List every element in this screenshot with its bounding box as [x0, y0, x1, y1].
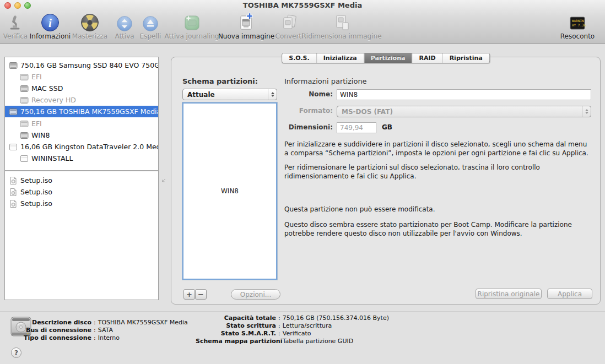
stepper-arrows-icon [268, 89, 277, 100]
titlebar: TOSHIBA MK7559GSXF Media [0, 0, 605, 11]
window-chrome: TOSHIBA MK7559GSXF Media Verifica [0, 0, 605, 44]
toolbar-new-image[interactable]: Nuova immagine [217, 12, 276, 40]
minimize-button[interactable] [14, 2, 21, 9]
sidebar-item-label: 750,16 GB Samsung SSD 840 EVO 750GB... [20, 61, 159, 69]
toolbar-convert-label: Converti [276, 32, 304, 40]
add-partition-button[interactable]: + [183, 289, 195, 300]
volume-icon [20, 131, 29, 140]
eject-icon [142, 12, 159, 32]
partition-info-title: Informazioni partizione [284, 77, 367, 85]
volume-icon [20, 84, 29, 93]
partition-scheme-popup[interactable]: Attuale [182, 89, 277, 100]
bootcamp-warning-text: Questo disco sembra essere stato partizi… [284, 220, 591, 238]
toolbar-new-image-label: Nuova immagine [218, 32, 274, 40]
sidebar-item-mac-ssd[interactable]: MAC SSD [5, 83, 158, 94]
tab-partition[interactable]: Partiziona [364, 53, 412, 63]
sidebar-separator [5, 170, 158, 171]
splitter-handle[interactable] [161, 178, 166, 183]
sidebar-item-win8[interactable]: WIN8 [5, 129, 158, 141]
toolbar-verify[interactable]: Verifica [0, 12, 31, 40]
size-input[interactable] [337, 122, 376, 133]
options-button[interactable]: Opzioni... [231, 289, 280, 300]
toolbar-journaling[interactable]: Attiva journaling [163, 12, 220, 40]
info-row: Stato S.M.A.R.T. : Verificato [196, 330, 389, 338]
sidebar-item-label: WIN8 [31, 131, 50, 139]
external-disk-icon [9, 143, 18, 151]
tab-raid[interactable]: RAID [412, 53, 442, 63]
partition-scheme-value: Attuale [183, 91, 268, 99]
device-sidebar: 750,16 GB Samsung SSD 840 EVO 750GB... E… [4, 57, 159, 300]
sidebar-item-recovery-hd[interactable]: Recovery HD [5, 94, 158, 106]
resize-image-icon [332, 12, 351, 32]
sidebar-item-toshiba-disk[interactable]: 750,16 GB TOSHIBA MK7559GSXF Media [5, 106, 158, 117]
close-button[interactable] [4, 2, 11, 9]
zoom-button[interactable] [24, 2, 31, 9]
info-row: Descrizione disco : TOSHIBA MK7559GSXF M… [20, 319, 188, 327]
toolbar-burn[interactable]: Masterizza [69, 12, 111, 40]
mode-tabs: S.O.S. Inizializza Partiziona RAID Ripri… [282, 53, 490, 63]
convert-icon [280, 12, 299, 32]
sidebar-item-label: WININSTALL [31, 154, 73, 162]
toolbar-resize-image[interactable]: Ridimensiona immagine [303, 12, 380, 40]
tab-restore[interactable]: Ripristina [442, 53, 489, 63]
sidebar-item-efi-samsung[interactable]: EFI [5, 71, 158, 83]
help-button[interactable]: ? [11, 347, 21, 358]
disk-info-left: Descrizione disco : TOSHIBA MK7559GSXF M… [20, 319, 188, 342]
disk-info-footer: ? Descrizione disco : TOSHIBA MK7559GSXF… [0, 311, 605, 364]
name-input[interactable] [337, 89, 591, 100]
info-row: Bus di connessione : SATA [20, 327, 188, 334]
toolbar-eject-label: Espelli [140, 32, 161, 40]
size-unit-label: GB [382, 123, 392, 131]
disk-image-icon [9, 176, 18, 185]
sidebar-item-label: Setup.iso [20, 176, 52, 184]
partition-map-volume-label: WIN8 [183, 104, 276, 279]
sidebar-item-efi-toshiba[interactable]: EFI [5, 118, 158, 129]
toolbar-resize-image-label: Ridimensiona immagine [302, 32, 382, 40]
format-value: MS-DOS (FAT) [337, 108, 582, 116]
toolbar-info-label: Informazioni [30, 32, 71, 40]
log-icon: WARNIN AY 7:36 [569, 12, 586, 32]
sidebar-item-samsung-disk[interactable]: 750,16 GB Samsung SSD 840 EVO 750GB... [5, 59, 158, 71]
external-volume-icon [20, 154, 29, 163]
sidebar-item-label: EFI [31, 73, 42, 81]
sidebar-item-setup-iso-2[interactable]: Setup.iso [5, 186, 158, 198]
sidebar-item-kingston-disk[interactable]: 16,06 GB Kingston DataTraveler 2.0 Media [5, 141, 158, 153]
partition-map[interactable]: WIN8 [182, 102, 277, 280]
sidebar-item-label: Setup.iso [20, 199, 52, 208]
remove-partition-button[interactable]: − [195, 289, 207, 300]
sidebar-item-label: 16,06 GB Kingston DataTraveler 2.0 Media [20, 143, 159, 151]
volume-icon [20, 119, 29, 128]
info-row: Tipo di connessione : Interno [20, 334, 188, 342]
toolbar-info[interactable]: i Informazioni [27, 12, 73, 40]
window-title: TOSHIBA MK7559GSXF Media [0, 0, 605, 11]
sidebar-item-setup-iso-3[interactable]: Setup.iso [5, 198, 158, 209]
sidebar-item-label: Recovery HD [31, 96, 76, 104]
toolbar-report-label: Resoconto [560, 32, 595, 40]
tab-erase[interactable]: Inizializza [316, 53, 364, 63]
sidebar-item-label: MAC SSD [31, 84, 63, 93]
format-popup[interactable]: MS-DOS (FAT) [337, 106, 591, 117]
tab-sos[interactable]: S.O.S. [282, 53, 316, 63]
internal-disk-icon [9, 61, 18, 70]
disk-utility-window: TOSHIBA MK7559GSXF Media Verifica [0, 0, 605, 364]
sidebar-item-wininstall[interactable]: WININSTALL [5, 153, 158, 164]
toolbar-mount[interactable]: Attiva [109, 12, 140, 40]
sidebar-item-label: Setup.iso [20, 188, 52, 196]
mount-icon [116, 12, 133, 32]
toolbar-burn-label: Masterizza [72, 32, 107, 40]
disk-image-icon [9, 199, 18, 208]
microscope-icon [7, 12, 24, 32]
stepper-arrows-icon [582, 106, 591, 117]
disk-info-right: Capacità totale : 750,16 GB (750.156.374… [196, 314, 389, 345]
partition-help-text-2: Per ridimensionare le partizioni sul dis… [284, 163, 591, 181]
content-area: 750,16 GB Samsung SSD 840 EVO 750GB... E… [0, 44, 605, 311]
svg-text:i: i [48, 17, 52, 30]
disk-image-icon [9, 188, 18, 197]
revert-button[interactable]: Ripristina originale [476, 289, 542, 299]
toolbar-report[interactable]: WARNIN AY 7:36 Resoconto [555, 12, 599, 40]
sidebar-item-label: 750,16 GB TOSHIBA MK7559GSXF Media [20, 107, 159, 116]
partition-help-text-1: Per inizializzare e suddividere in parti… [284, 140, 591, 157]
sidebar-item-setup-iso-1[interactable]: Setup.iso [5, 175, 158, 186]
apply-button[interactable]: Applica [547, 289, 592, 299]
toolbar-eject[interactable]: Espelli [136, 12, 165, 40]
